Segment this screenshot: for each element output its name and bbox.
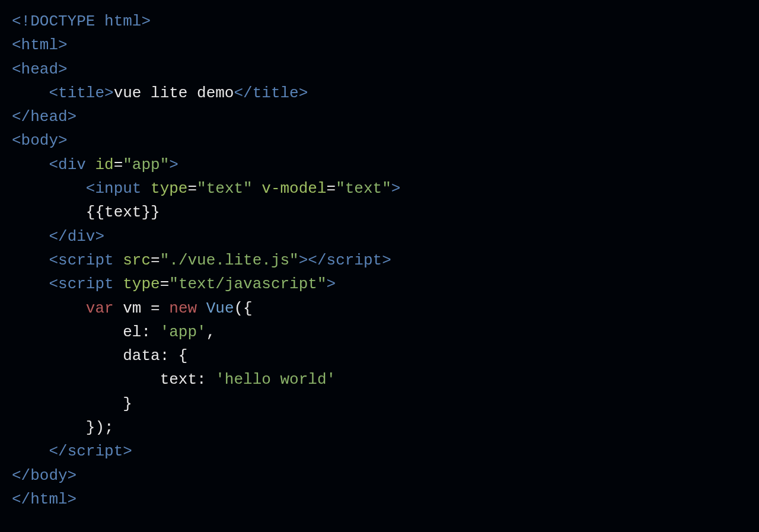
text-key: text: [160, 371, 216, 388]
html-close-tag: </html> [12, 490, 76, 508]
gt: > [327, 275, 336, 293]
open-paren: ({ [234, 300, 253, 317]
equals: = [160, 275, 170, 293]
equals: = [114, 156, 123, 174]
kw-new: new [169, 300, 197, 317]
html-open-tag: <html> [12, 36, 68, 54]
equals: = [187, 180, 197, 197]
data-key: data: { [123, 347, 187, 365]
gt: > [391, 180, 401, 197]
attr-type: type [123, 275, 160, 293]
text-val: 'hello world' [215, 371, 336, 388]
equals: = [327, 180, 336, 197]
gt: > [169, 156, 178, 174]
script-open: <script [49, 251, 123, 269]
vue-ctor: Vue [197, 300, 234, 317]
attr-vmodel: v-model [261, 180, 326, 197]
gt: > [299, 251, 308, 269]
var-vm: vm [114, 300, 151, 317]
attr-type: type [151, 180, 187, 197]
val-app: "app" [123, 156, 169, 174]
el-key: el: [123, 323, 160, 341]
head-open-tag: <head> [12, 60, 68, 78]
attr-id: id [95, 156, 113, 174]
val-text: "text" [197, 180, 253, 197]
script-close-tag: </script> [49, 442, 132, 460]
body-close-tag: </body> [12, 467, 76, 485]
head-close-tag: </head> [12, 108, 76, 126]
code-block: <!DOCTYPE html> <html> <head> <title>vue… [12, 9, 747, 511]
assign: = [151, 300, 169, 317]
equals: = [151, 251, 160, 269]
val-text2: "text" [336, 180, 391, 197]
el-val: 'app' [160, 323, 206, 341]
doctype: <!DOCTYPE html> [12, 12, 151, 30]
body-open-tag: <body> [12, 132, 68, 149]
val-type: "text/javascript" [169, 275, 326, 293]
val-src: "./vue.lite.js" [160, 251, 299, 269]
script-close-tag: </script> [308, 251, 391, 269]
script-open: <script [49, 275, 123, 293]
title-close-tag: </title> [234, 84, 308, 102]
div-close-tag: </div> [49, 228, 104, 246]
attr-src: src [123, 251, 151, 269]
close-invoke: }); [86, 419, 114, 437]
title-text: vue lite demo [114, 84, 234, 102]
close-brace: } [123, 395, 132, 413]
input-open: <input [86, 180, 151, 197]
title-open-tag: <title> [49, 84, 113, 102]
kw-var: var [86, 300, 114, 317]
mustache-text: {{text}} [86, 203, 160, 221]
comma: , [206, 323, 216, 341]
div-open: <div [49, 156, 95, 174]
